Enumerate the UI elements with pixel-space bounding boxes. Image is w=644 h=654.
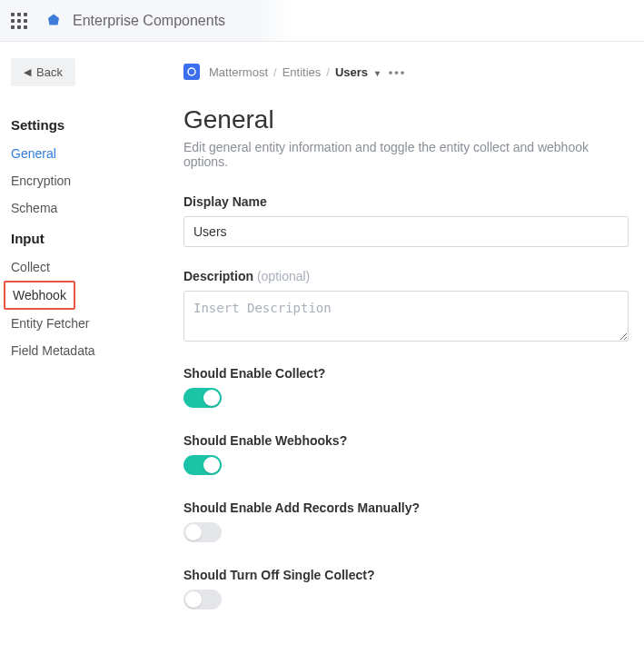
- toggle-single-collect[interactable]: [183, 590, 222, 609]
- back-button[interactable]: ◀ Back: [11, 58, 75, 86]
- app-logo-icon: [45, 13, 62, 29]
- toggle-knob: [203, 457, 220, 473]
- back-label: Back: [36, 65, 63, 79]
- toggle-collect-label: Should Enable Collect?: [183, 366, 629, 381]
- breadcrumb-app-icon[interactable]: [183, 64, 200, 80]
- breadcrumb-current-label: Users: [335, 65, 368, 79]
- description-optional: (optional): [257, 269, 310, 283]
- description-input[interactable]: [183, 291, 629, 342]
- toggle-add-records[interactable]: [183, 522, 222, 542]
- sidebar-item-webhook[interactable]: Webhook: [4, 281, 75, 310]
- toggle-knob: [185, 591, 202, 608]
- chevron-left-icon: ◀: [24, 66, 31, 78]
- app-grid-icon[interactable]: [11, 13, 27, 29]
- toggle-webhooks-label: Should Enable Webhooks?: [183, 433, 629, 448]
- description-label-text: Description: [183, 269, 253, 283]
- breadcrumb: Mattermost / Entities / Users ▾ •••: [183, 64, 629, 80]
- display-name-label: Display Name: [183, 194, 629, 209]
- page-description: Edit general entity information and togg…: [183, 140, 629, 169]
- toggle-knob: [203, 390, 220, 406]
- display-name-input[interactable]: [183, 216, 629, 247]
- page-title: General: [183, 105, 629, 134]
- sidebar-item-general[interactable]: General: [11, 140, 163, 167]
- breadcrumb-entities[interactable]: Entities: [282, 65, 322, 79]
- sidebar-item-entity-fetcher[interactable]: Entity Fetcher: [11, 310, 163, 337]
- toggle-single-collect-label: Should Turn Off Single Collect?: [183, 568, 629, 582]
- chevron-down-icon: ▾: [375, 68, 380, 78]
- description-label: Description (optional): [183, 269, 629, 283]
- sidebar-item-encryption[interactable]: Encryption: [11, 167, 163, 194]
- app-title: Enterprise Components: [73, 13, 225, 29]
- main-content: Mattermost / Entities / Users ▾ ••• Gene…: [174, 58, 629, 635]
- svg-point-0: [188, 68, 195, 75]
- toggle-knob: [185, 524, 202, 540]
- sidebar-item-collect[interactable]: Collect: [11, 253, 163, 281]
- toggle-collect[interactable]: [183, 388, 222, 408]
- top-bar: Enterprise Components: [0, 0, 644, 42]
- breadcrumb-more-icon[interactable]: •••: [389, 65, 407, 79]
- breadcrumb-root[interactable]: Mattermost: [209, 65, 268, 79]
- toggle-add-records-label: Should Enable Add Records Manually?: [183, 500, 629, 515]
- breadcrumb-current[interactable]: Users ▾: [335, 65, 380, 79]
- nav-heading-settings: Settings: [11, 117, 163, 133]
- sidebar: ◀ Back Settings General Encryption Schem…: [11, 58, 174, 635]
- sidebar-item-field-metadata[interactable]: Field Metadata: [11, 337, 163, 364]
- nav-heading-input: Input: [11, 231, 163, 246]
- breadcrumb-sep: /: [273, 65, 277, 79]
- toggle-webhooks[interactable]: [183, 455, 222, 475]
- sidebar-item-schema[interactable]: Schema: [11, 194, 163, 222]
- breadcrumb-sep: /: [326, 65, 330, 79]
